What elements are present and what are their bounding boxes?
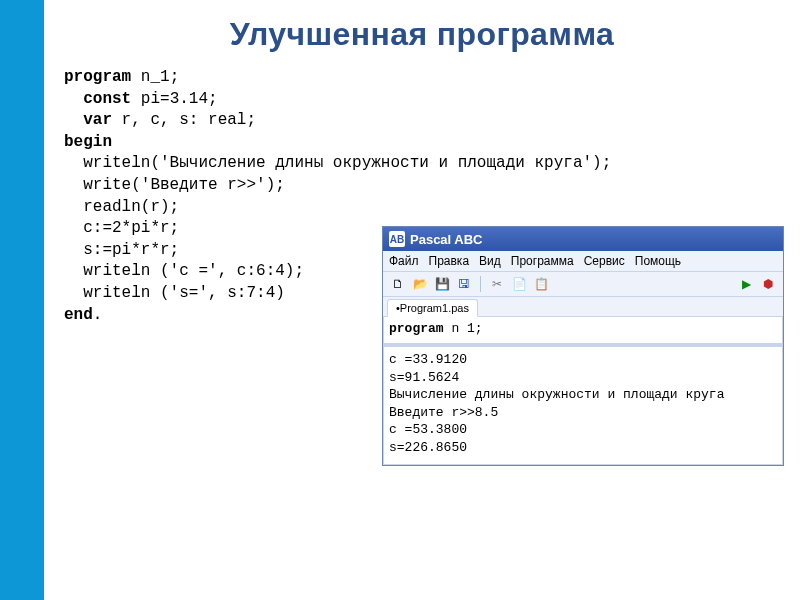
code-line: writeln ('s=', s:7:4) bbox=[64, 284, 285, 302]
menu-bar: Файл Правка Вид Программа Сервис Помощь bbox=[383, 251, 783, 272]
app-title: Pascal ABC bbox=[410, 232, 483, 247]
toolbar-separator bbox=[480, 276, 481, 292]
menu-program[interactable]: Программа bbox=[511, 254, 574, 268]
menu-help[interactable]: Помощь bbox=[635, 254, 681, 268]
code-line: writeln('Вычисление длины окружности и п… bbox=[64, 154, 611, 172]
code-line: s:=pi*r*r; bbox=[64, 241, 179, 259]
toolbar: 🗋 📂 💾 🖫 ✂ 📄 📋 ▶ ⬢ bbox=[383, 272, 783, 297]
code-text: r, c, s: real; bbox=[112, 111, 256, 129]
code-kw-program: program bbox=[64, 68, 131, 86]
editor-kw: program bbox=[389, 321, 444, 336]
code-text: n_1; bbox=[131, 68, 179, 86]
open-file-icon[interactable]: 📂 bbox=[411, 275, 429, 293]
cut-icon[interactable]: ✂ bbox=[488, 275, 506, 293]
code-editor[interactable]: program n 1; bbox=[383, 317, 783, 344]
stop-icon[interactable]: ⬢ bbox=[759, 275, 777, 293]
copy-icon[interactable]: 📄 bbox=[510, 275, 528, 293]
slide-accent-bar bbox=[0, 0, 44, 600]
slide-title: Улучшенная программа bbox=[58, 16, 786, 53]
app-logo-icon: AB bbox=[389, 231, 405, 247]
code-kw-end: end bbox=[64, 306, 93, 324]
output-console[interactable]: c =33.9120 s=91.5624 Вычисление длины ок… bbox=[383, 344, 783, 465]
editor-text: n 1; bbox=[444, 321, 483, 336]
code-kw-begin: begin bbox=[64, 133, 112, 151]
menu-edit[interactable]: Правка bbox=[429, 254, 470, 268]
code-line: write('Введите r>>'); bbox=[64, 176, 285, 194]
code-text: pi=3.14; bbox=[131, 90, 217, 108]
code-line: writeln ('c =', c:6:4); bbox=[64, 262, 304, 280]
menu-file[interactable]: Файл bbox=[389, 254, 419, 268]
save-icon[interactable]: 💾 bbox=[433, 275, 451, 293]
tab-program1[interactable]: •Program1.pas bbox=[387, 299, 478, 317]
save-all-icon[interactable]: 🖫 bbox=[455, 275, 473, 293]
menu-service[interactable]: Сервис bbox=[584, 254, 625, 268]
code-kw-const: const bbox=[64, 90, 131, 108]
window-title-bar[interactable]: AB Pascal ABC bbox=[383, 227, 783, 251]
code-kw-var: var bbox=[64, 111, 112, 129]
code-line: readln(r); bbox=[64, 198, 179, 216]
code-text: . bbox=[93, 306, 103, 324]
editor-tabs: •Program1.pas bbox=[383, 297, 783, 317]
code-line: c:=2*pi*r; bbox=[64, 219, 179, 237]
pascal-abc-window: AB Pascal ABC Файл Правка Вид Программа … bbox=[382, 226, 784, 466]
paste-icon[interactable]: 📋 bbox=[532, 275, 550, 293]
menu-view[interactable]: Вид bbox=[479, 254, 501, 268]
new-file-icon[interactable]: 🗋 bbox=[389, 275, 407, 293]
run-icon[interactable]: ▶ bbox=[737, 275, 755, 293]
